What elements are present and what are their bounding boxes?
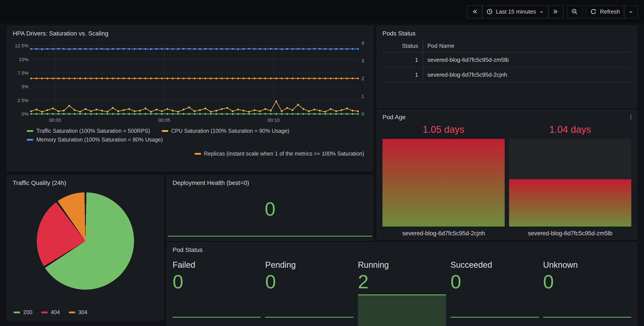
gauge-unit: days [570,124,591,135]
legend-dash [14,312,20,313]
panel-title[interactable]: Traffic Quality (24h) [8,176,163,189]
gauge-pod-zm5lb: 1.04days severed-blog-6d7fc5c95d-zm5lb [509,124,631,236]
time-series-chart[interactable]: 0%2.5%5%7.5%10%12.5%0123400:0000:0500:10 [11,40,370,126]
series-traffic [30,113,359,115]
double-chevron-right-icon [553,8,559,15]
refresh-button[interactable]: Refresh [586,5,624,18]
y-axis-left-tick: 12.5% [15,43,28,48]
legend-label: CPU Saturation (100% Saturation = 90% Us… [171,128,289,134]
legend-dash [41,312,48,313]
legend-item-200[interactable]: 200 [14,309,32,316]
chevron-down-icon [539,9,544,14]
panel-title[interactable]: Pod Status [167,243,636,256]
stat-succeeded: Succeeded0 [450,260,539,326]
legend-dash [68,312,75,313]
legend-item-replicas[interactable]: Replicas (instant scale when 1 of the me… [194,151,364,157]
stat-running: Running2 [358,260,446,326]
panel-title[interactable]: Pod Age [377,110,636,123]
zoom-out-button[interactable] [567,5,582,18]
table-header-row: Status Pod Name [382,40,631,52]
legend-label: Replicas (instant scale when 1 of the me… [204,151,364,157]
y-axis-right-tick: 3 [362,58,364,64]
time-shift-forward-button[interactable] [548,5,564,18]
stat-sparkline [450,317,539,318]
stat-value: 0 [450,271,539,292]
gauge-bar [509,139,631,226]
chart-legend-replicas: Replicas (instant scale when 1 of the me… [8,151,364,157]
stat-value: 0 [543,271,631,292]
panel-menu-kebab-icon[interactable] [628,114,634,120]
gauge-label: severed-blog-6d7fc5c95d-2cjnh [402,230,485,236]
y-axis-right-tick: 2 [362,76,364,81]
gauge-unit: days [444,124,464,135]
panel-hpa-drivers: HPA Drivers: Saturation vs. Scaling 0%2.… [7,26,373,171]
pod-name-cell: severed-blog-6d7fc5c95d-2cjnh [423,67,631,82]
x-axis-tick: 00:00 [49,118,61,123]
panel-pod-status: Pod Status Failed0Pending0Running2Succee… [167,242,637,326]
time-shift-back-button[interactable] [467,5,482,18]
legend-item-cpu[interactable]: CPU Saturation (100% Saturation = 90% Us… [162,128,289,134]
stat-value: 2 [358,271,446,292]
stat-sparkline [265,317,354,318]
legend-label: Traffic Saturation (100% Saturation = 50… [36,128,150,134]
y-axis-left-tick: 10% [19,57,28,62]
gauge-bar [382,139,505,226]
gauge-number: 1.05 [423,124,442,135]
column-header-pod-name[interactable]: Pod Name [423,40,631,52]
table-row: 1severed-blog-6d7fc5c95d-2cjnh [382,67,631,82]
legend-item-traffic[interactable]: Traffic Saturation (100% Saturation = 50… [27,128,150,134]
series-replicas [30,78,359,79]
time-range-label: Last 15 minutes [496,8,536,15]
time-picker-button[interactable]: Last 15 minutes [482,5,549,18]
legend-item-304[interactable]: 304 [68,309,88,316]
grafana-dashboard: Last 15 minutes Refresh HPA Drivers: Sat… [0,0,644,326]
gauge-value: 1.04days [549,124,591,136]
y-axis-left-tick: 7.5% [18,70,28,76]
double-chevron-left-icon [471,8,478,15]
pod-status-stats: Failed0Pending0Running2Succeeded0Unknown… [167,256,636,326]
legend-dash [162,130,168,132]
legend-label: 304 [78,309,88,316]
y-axis-left-tick: 5% [22,84,28,90]
x-axis-tick: 00:05 [158,118,170,123]
legend-item-404[interactable]: 404 [41,309,60,316]
y-axis-right-tick: 1 [362,94,364,99]
chart-legend: Traffic Saturation (100% Saturation = 50… [27,128,369,143]
stat-value: 0 [172,271,261,292]
gauge-label: severed-blog-6d7fc5c95d-zm5lb [528,230,612,236]
chevron-down-icon [628,9,634,14]
stat-sparkline-area [358,294,446,326]
stat-label: Succeeded [450,260,539,270]
y-axis-left-tick: 0% [22,111,28,117]
x-axis-tick: 00:10 [268,118,280,123]
panel-title[interactable]: Pods Status [377,26,636,40]
gauge-fill [382,139,505,226]
pie-chart [36,192,134,290]
column-header-status[interactable]: Status [382,40,423,52]
pods-table: Status Pod Name 1severed-blog-6d7fc5c95d… [382,40,631,82]
pie-legend: 200 404 304 [14,309,88,316]
deployment-health-value: 0 [167,190,373,228]
stat-failed: Failed0 [172,260,261,326]
legend-label: 404 [51,309,60,316]
stat-sparkline [172,317,261,318]
legend-item-memory[interactable]: Memory Saturation (100% Saturation = 80%… [27,137,163,143]
panel-traffic-quality: Traffic Quality (24h) 200 404 304 [7,175,164,320]
stat-label: Unknown [543,260,631,270]
panel-title[interactable]: Deployment Health (best=0) [167,176,373,189]
gauge-fill [509,179,631,226]
refresh-group: Refresh [586,5,638,18]
panel-title[interactable]: HPA Drivers: Saturation vs. Scaling [8,26,373,40]
y-axis-right-tick: 4 [362,40,364,46]
legend-dash [194,153,201,155]
clock-icon [486,8,493,15]
refresh-interval-dropdown[interactable] [624,5,638,18]
panel-deployment-health: Deployment Health (best=0) 0 [167,175,373,240]
stat-label: Running [358,260,446,270]
legend-label: Memory Saturation (100% Saturation = 80%… [36,137,163,143]
refresh-label: Refresh [600,8,620,15]
dashboard-toolbar: Last 15 minutes Refresh [0,0,644,23]
status-cell: 1 [382,52,423,67]
zoom-out-icon [572,8,578,15]
stat-label: Failed [172,260,261,270]
